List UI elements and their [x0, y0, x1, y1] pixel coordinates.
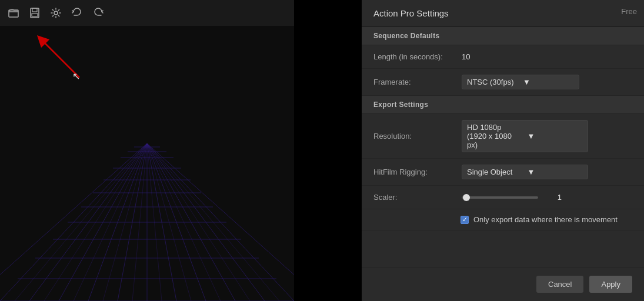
framerate-dropdown-arrow: ▼: [523, 78, 574, 86]
hitfilm-rigging-dropdown[interactable]: Single Object ▼: [462, 165, 588, 179]
scaler-label: Scaler:: [373, 193, 462, 202]
length-value: 10: [462, 52, 470, 61]
framerate-field-row: Framerate: NTSC (30fps) ▼: [362, 69, 644, 96]
length-field-row: Length (in seconds): 10: [362, 45, 644, 69]
hitfilm-rigging-label: HitFilm Rigging:: [373, 168, 462, 176]
hitfilm-rigging-value: Single Object: [467, 168, 523, 176]
resolution-dropdown[interactable]: HD 1080p (1920 x 1080 px) ▼: [462, 120, 588, 152]
panel-footer: Cancel Apply: [362, 267, 644, 301]
settings-icon[interactable]: [49, 6, 62, 19]
resolution-label: Resolution:: [373, 132, 462, 141]
section-export-settings: Export Settings: [362, 96, 644, 114]
undo-icon[interactable]: [71, 6, 84, 19]
toolbar: [0, 0, 294, 26]
framerate-dropdown[interactable]: NTSC (30fps) ▼: [462, 75, 579, 89]
svg-rect-3: [32, 14, 38, 16]
settings-panel: Action Pro Settings Sequence Defaults Le…: [362, 0, 644, 301]
open-icon[interactable]: [7, 6, 20, 19]
scaler-field-row: Scaler: 1: [362, 186, 644, 209]
hitfilm-rigging-dropdown-arrow: ▼: [528, 168, 583, 176]
hitfilm-rigging-field-row: HitFilm Rigging: Single Object ▼: [362, 159, 644, 186]
scaler-value: 1: [550, 193, 562, 202]
redo-icon[interactable]: [92, 6, 105, 19]
viewport: ↖: [0, 26, 294, 301]
framerate-label: Framerate:: [373, 78, 462, 86]
resolution-field-row: Resolution: HD 1080p (1920 x 1080 px) ▼: [362, 114, 644, 159]
save-icon[interactable]: [28, 6, 41, 19]
svg-rect-0: [9, 10, 18, 17]
svg-rect-2: [32, 8, 37, 12]
panel-title: Action Pro Settings: [362, 0, 644, 27]
movement-checkbox-row: ✓ Only export data where there is moveme…: [362, 209, 644, 230]
resolution-dropdown-arrow: ▼: [528, 132, 583, 141]
panel-content: Sequence Defaults Length (in seconds): 1…: [362, 27, 644, 267]
movement-checkbox-label: Only export data where there is movement: [473, 215, 618, 224]
framerate-value: NTSC (30fps): [467, 78, 518, 86]
free-label: Free: [621, 7, 637, 16]
length-label: Length (in seconds):: [373, 52, 462, 61]
section-sequence-defaults: Sequence Defaults: [362, 27, 644, 45]
cancel-button[interactable]: Cancel: [536, 276, 583, 293]
svg-point-4: [54, 11, 58, 15]
resolution-value: HD 1080p (1920 x 1080 px): [467, 123, 523, 149]
apply-button[interactable]: Apply: [589, 276, 632, 293]
movement-checkbox[interactable]: ✓: [461, 216, 469, 224]
scaler-thumb[interactable]: [463, 194, 470, 201]
scaler-track[interactable]: [462, 196, 538, 199]
